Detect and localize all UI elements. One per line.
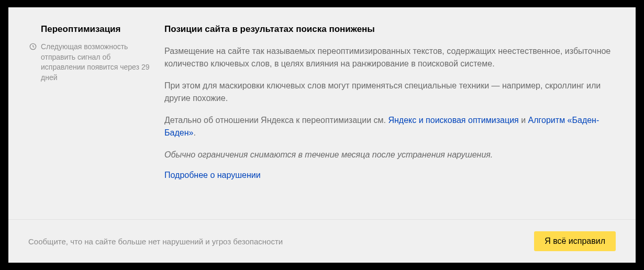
- footer-text: Сообщите, что на сайте больше нет наруше…: [28, 237, 283, 246]
- footer: Сообщите, что на сайте больше нет наруше…: [8, 219, 636, 263]
- paragraph-3-before: Детально об отношении Яндекса к переопти…: [164, 116, 388, 125]
- violation-card: Переоптимизация Следующая возможность от…: [8, 7, 636, 263]
- paragraph-1: Размещение на сайте так называемых перео…: [164, 45, 615, 70]
- paragraph-2: При этом для маскировки ключевых слов мо…: [164, 80, 615, 105]
- more-about-violation-link[interactable]: Подробнее о нарушении: [164, 171, 261, 179]
- paragraph-3-after: .: [193, 128, 195, 137]
- main-content: Позиции сайта в результатах поиска пониж…: [164, 24, 615, 209]
- sidebar-title: Переоптимизация: [41, 24, 154, 35]
- sidebar-note: Следующая возможность отправить сигнал о…: [29, 42, 154, 83]
- paragraph-3-middle: и: [519, 116, 528, 125]
- paragraph-4: Обычно ограничения снимаются в течение м…: [164, 149, 615, 161]
- paragraph-3: Детально об отношении Яндекса к переопти…: [164, 114, 615, 139]
- link-yandex-seo[interactable]: Яндекс и поисковая оптимизация: [388, 116, 518, 125]
- sidebar-note-text: Следующая возможность отправить сигнал о…: [41, 42, 154, 83]
- clock-icon: [29, 43, 37, 50]
- main-title: Позиции сайта в результатах поиска пониж…: [164, 24, 615, 35]
- sidebar: Переоптимизация Следующая возможность от…: [29, 24, 154, 209]
- content-area: Переоптимизация Следующая возможность от…: [8, 7, 636, 219]
- i-fixed-it-button[interactable]: Я всё исправил: [534, 231, 616, 251]
